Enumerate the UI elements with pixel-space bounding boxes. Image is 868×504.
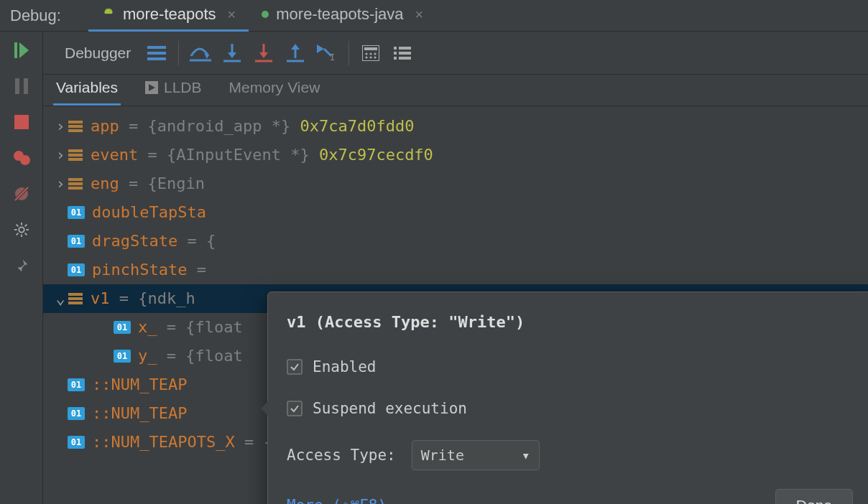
svg-rect-63	[68, 302, 83, 304]
mute-breakpoints-icon[interactable]	[13, 185, 30, 202]
svg-rect-46	[399, 47, 411, 50]
debugger-subtabs: Variables LLDB Memory View	[43, 75, 868, 106]
close-icon[interactable]: ×	[228, 6, 236, 23]
debug-tabbar: Debug: more-teapots × more-teapots-java …	[0, 0, 868, 32]
popup-pointer	[261, 400, 269, 417]
svg-rect-62	[68, 297, 83, 300]
svg-rect-4	[24, 78, 28, 94]
step-out-icon[interactable]	[280, 37, 311, 69]
watchpoint-popup: v1 (Access Type: "Write") Enabled Suspen…	[267, 291, 868, 504]
primitive-icon: 01	[114, 321, 131, 334]
variables-panel[interactable]: › app = {android_app *} 0x7ca7d0fdd0 › e…	[43, 106, 868, 504]
svg-point-42	[366, 56, 368, 58]
subtab-variables[interactable]: Variables	[53, 73, 121, 106]
svg-marker-51	[149, 84, 155, 91]
svg-line-18	[16, 233, 18, 235]
var-row[interactable]: › 01 dragState = {	[43, 227, 868, 256]
svg-point-41	[374, 52, 377, 55]
svg-marker-2	[19, 42, 29, 58]
step-over-icon[interactable]	[185, 37, 216, 69]
debug-title: Debug:	[10, 6, 61, 25]
svg-rect-3	[15, 78, 19, 94]
struct-icon	[68, 120, 83, 133]
svg-rect-59	[68, 182, 83, 185]
run-dot-icon	[262, 11, 269, 18]
access-type-select[interactable]: Write ▾	[412, 440, 540, 470]
svg-rect-58	[68, 178, 83, 181]
pin-icon[interactable]	[13, 257, 30, 274]
svg-point-39	[366, 52, 368, 55]
chevron-right-icon[interactable]: ›	[53, 141, 68, 169]
svg-rect-38	[364, 47, 377, 50]
tab-more-teapots-java[interactable]: more-teapots-java ×	[249, 0, 436, 32]
close-icon[interactable]: ×	[415, 6, 424, 23]
svg-rect-45	[394, 47, 397, 50]
svg-rect-0	[105, 13, 112, 14]
svg-point-40	[370, 52, 372, 55]
subtab-memory-view[interactable]: Memory View	[226, 73, 323, 106]
svg-marker-29	[259, 52, 268, 58]
svg-point-43	[370, 56, 372, 58]
pause-icon[interactable]	[13, 78, 30, 95]
tab-more-teapots[interactable]: more-teapots ×	[88, 0, 249, 32]
popup-title: v1 (Access Type: "Write")	[287, 308, 853, 337]
svg-line-19	[24, 225, 27, 227]
trace-icon[interactable]	[387, 37, 418, 69]
debugger-label[interactable]: Debugger	[55, 39, 141, 67]
svg-marker-32	[291, 44, 300, 50]
var-row[interactable]: › 01 pinchState =	[43, 256, 868, 284]
svg-rect-20	[147, 46, 166, 49]
var-row[interactable]: › 01 doubleTapSta	[43, 198, 868, 227]
stop-icon[interactable]	[13, 113, 30, 131]
chevron-right-icon[interactable]: ›	[53, 169, 68, 198]
done-button[interactable]: Done	[775, 489, 853, 504]
subtab-lldb[interactable]: LLDB	[142, 73, 205, 106]
var-row[interactable]: › event = {AInputEvent *} 0x7c97cecdf0	[43, 141, 868, 169]
debug-gutter	[0, 32, 43, 504]
svg-rect-1	[14, 42, 17, 58]
settings-icon[interactable]	[13, 221, 30, 238]
evaluate-icon[interactable]	[355, 37, 387, 69]
svg-point-7	[20, 155, 30, 165]
primitive-icon: 01	[114, 350, 131, 363]
svg-rect-52	[68, 121, 83, 123]
svg-rect-50	[399, 57, 411, 60]
tab-label: more-teapots-java	[276, 5, 403, 24]
access-type-label: Access Type:	[287, 441, 396, 470]
enabled-checkbox[interactable]	[287, 359, 303, 375]
var-row[interactable]: › app = {android_app *} 0x7ca7d0fdd0	[43, 112, 868, 141]
suspend-checkbox[interactable]	[287, 401, 303, 416]
resume-icon[interactable]	[13, 42, 30, 59]
svg-rect-47	[394, 52, 397, 55]
chevron-right-icon[interactable]: ›	[53, 112, 68, 141]
primitive-icon: 01	[68, 378, 85, 391]
run-to-cursor-icon[interactable]: I	[311, 37, 343, 69]
primitive-icon: 01	[68, 206, 85, 219]
svg-text:I: I	[330, 52, 335, 62]
breakpoints-icon[interactable]	[13, 149, 30, 167]
svg-rect-57	[68, 158, 83, 161]
primitive-icon: 01	[68, 263, 85, 276]
suspend-label: Suspend execution	[313, 394, 467, 423]
primitive-icon: 01	[68, 407, 85, 420]
primitive-icon: 01	[68, 235, 85, 248]
struct-icon	[68, 292, 83, 305]
svg-marker-26	[228, 52, 236, 58]
struct-icon	[68, 177, 83, 190]
debugger-toolbar: Debugger I	[43, 32, 868, 75]
svg-line-17	[24, 233, 27, 235]
svg-rect-22	[147, 57, 166, 60]
android-icon	[101, 7, 116, 22]
chevron-down-icon[interactable]: ⌄	[53, 284, 68, 313]
chevron-down-icon: ▾	[522, 441, 530, 470]
force-step-into-icon[interactable]	[248, 37, 280, 69]
threads-icon[interactable]	[141, 37, 172, 69]
var-row[interactable]: › eng = {Engin	[43, 169, 868, 198]
svg-rect-5	[14, 115, 29, 129]
svg-line-16	[16, 225, 18, 227]
step-into-icon[interactable]	[216, 37, 248, 69]
svg-point-11	[19, 227, 24, 232]
more-link[interactable]: More (⇧⌘F8)	[287, 491, 387, 504]
svg-rect-56	[68, 154, 83, 157]
enabled-label: Enabled	[313, 353, 377, 381]
